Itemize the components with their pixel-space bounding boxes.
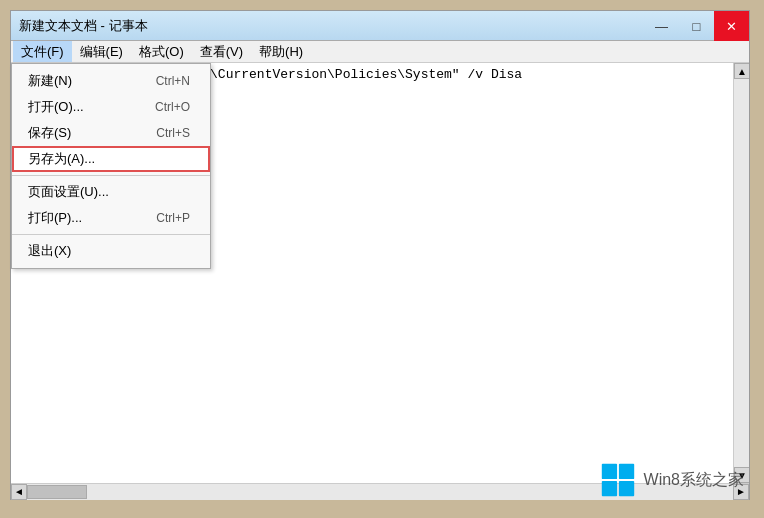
svg-rect-3 (618, 481, 633, 496)
menu-separator-2 (12, 234, 210, 235)
watermark-text: Win8系统之家 (644, 470, 744, 491)
menu-bar: 文件(F) 编辑(E) 格式(O) 查看(V) 帮助(H) 新建(N) Ctrl… (11, 41, 749, 63)
window-title: 新建文本文档 - 记事本 (19, 17, 148, 35)
scroll-left-arrow[interactable]: ◄ (11, 484, 27, 500)
minimize-button[interactable]: — (644, 11, 679, 41)
title-bar: 新建文本文档 - 记事本 — □ ✕ (11, 11, 749, 41)
watermark: Win8系统之家 (600, 462, 744, 498)
windows-logo-icon (600, 462, 636, 498)
menu-open[interactable]: 打开(O)... Ctrl+O (12, 94, 210, 120)
notepad-window: 新建文本文档 - 记事本 — □ ✕ 文件(F) 编辑(E) 格式(O) 查看(… (10, 10, 750, 500)
menu-view[interactable]: 查看(V) (192, 41, 251, 62)
file-dropdown-menu: 新建(N) Ctrl+N 打开(O)... Ctrl+O 保存(S) Ctrl+… (11, 63, 211, 269)
vertical-scrollbar[interactable]: ▲ ▼ (733, 63, 749, 483)
svg-rect-1 (618, 464, 633, 479)
menu-print[interactable]: 打印(P)... Ctrl+P (12, 205, 210, 231)
svg-rect-2 (601, 481, 616, 496)
maximize-button[interactable]: □ (679, 11, 714, 41)
svg-rect-0 (601, 464, 616, 479)
title-controls: — □ ✕ (644, 11, 749, 40)
menu-separator-1 (12, 175, 210, 176)
menu-edit[interactable]: 编辑(E) (72, 41, 131, 62)
menu-save[interactable]: 保存(S) Ctrl+S (12, 120, 210, 146)
menu-format[interactable]: 格式(O) (131, 41, 192, 62)
menu-file[interactable]: 文件(F) (13, 41, 72, 62)
h-scroll-thumb[interactable] (27, 485, 87, 499)
scroll-up-arrow[interactable]: ▲ (734, 63, 749, 79)
menu-help[interactable]: 帮助(H) (251, 41, 311, 62)
menu-exit[interactable]: 退出(X) (12, 238, 210, 264)
close-button[interactable]: ✕ (714, 11, 749, 41)
menu-saveas[interactable]: 另存为(A)... (12, 146, 210, 172)
menu-pagesetup[interactable]: 页面设置(U)... (12, 179, 210, 205)
v-scroll-track[interactable] (734, 79, 749, 467)
menu-new[interactable]: 新建(N) Ctrl+N (12, 68, 210, 94)
